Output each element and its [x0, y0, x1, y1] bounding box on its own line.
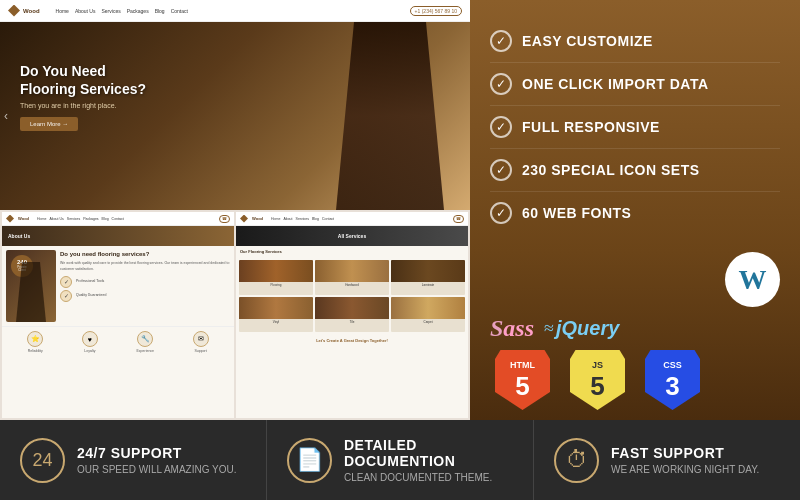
- documentation-icon: 📄: [287, 438, 332, 483]
- js-label: JS: [592, 360, 603, 370]
- services-logo-icon: [240, 215, 248, 223]
- carousel-prev-icon[interactable]: ‹: [4, 109, 8, 123]
- html-label: HTML: [510, 360, 535, 370]
- feature-reliability: ⭐ Reliability: [27, 331, 43, 353]
- check-icon-one-click-import: ✓: [490, 73, 512, 95]
- services-cta: Let's Create A Great Design Together!: [236, 335, 468, 346]
- client-badge: 240 Private Client: [11, 255, 33, 277]
- service-img-1: [239, 260, 313, 282]
- service-card-1: Flooring: [239, 260, 313, 295]
- preview-logo-text: Wood: [23, 8, 40, 14]
- preview-logo: Wood: [8, 5, 40, 17]
- support-247-title: 24/7 SUPPORT: [77, 445, 236, 461]
- js-version: 5: [590, 371, 604, 402]
- service-card-5: Tile: [315, 297, 389, 332]
- features-list: ✓ EASY CUSTOMIZE ✓ ONE CLICK IMPORT DATA…: [470, 0, 800, 244]
- service-img-6: [391, 297, 465, 319]
- bottom-bar: 24 24/7 SUPPORT OUR SPEED WILL AMAZING Y…: [0, 420, 800, 500]
- feature-item-web-fonts: ✓ 60 WEB FONTS: [490, 192, 780, 234]
- services-nav-links: Home About Services Blog Contact: [271, 217, 334, 221]
- service-img-3: [391, 260, 465, 282]
- feature-item-one-click-import: ✓ ONE CLICK IMPORT DATA: [490, 63, 780, 106]
- service-img-4: [239, 297, 313, 319]
- feature-experience: 🔧 Experience: [137, 331, 155, 353]
- bottom-item-documentation: 📄 DETAILED DOCUMENTION CLEAN DOCUMENTED …: [267, 420, 534, 500]
- about-nav-phone: ☎: [219, 215, 230, 223]
- service-card-6: Carpet: [391, 297, 465, 332]
- services-mini-nav: Wood Home About Services Blog Contact ☎: [236, 212, 468, 226]
- service-img-2: [315, 260, 389, 282]
- about-image: 240 Private Client: [6, 250, 56, 322]
- tech-section: W Sass ≈ jQuery: [470, 244, 800, 418]
- fast-support-icon: ⏱: [554, 438, 599, 483]
- service-img-5: [315, 297, 389, 319]
- about-mini-nav: Wood Home About Us Services Packages Blo…: [2, 212, 234, 226]
- hero-content: Do You NeedFlooring Services? Then you a…: [20, 62, 146, 131]
- preview-panel: Wood Home About Us Services Packages Blo…: [0, 0, 470, 420]
- check-icon-special-icon-sets: ✓: [490, 159, 512, 181]
- preview-nav-links: Home About Us Services Packages Blog Con…: [56, 8, 188, 14]
- jquery-text: jQuery: [556, 317, 619, 340]
- feature-loyalty: ♥ Loyalty: [82, 331, 98, 353]
- documentation-subtitle: CLEAN DOCUMENTED THEME.: [344, 472, 513, 483]
- about-logo-icon: [6, 215, 14, 223]
- logo-diamond-icon: [8, 5, 20, 17]
- jquery-wave-icon: ≈: [544, 318, 554, 339]
- main-container: Wood Home About Us Services Packages Blo…: [0, 0, 800, 500]
- about-text-block: Do you need flooring services? We work w…: [60, 250, 230, 322]
- check-icon-full-responsive: ✓: [490, 116, 512, 138]
- documentation-title: DETAILED DOCUMENTION: [344, 437, 513, 469]
- service-card-3: Laminate: [391, 260, 465, 295]
- jquery-logo: ≈ jQuery: [544, 317, 619, 340]
- feature-item-special-icon-sets: ✓ 230 SPECIAL ICON SETS: [490, 149, 780, 192]
- feature-support: ✉ Support: [193, 331, 209, 353]
- services-header: All Services: [236, 226, 468, 246]
- about-nav-links: Home About Us Services Packages Blog Con…: [37, 217, 124, 221]
- service-card-2: Hardwood: [315, 260, 389, 295]
- css3-shield-body: CSS 3: [645, 350, 700, 410]
- feature-item-full-responsive: ✓ FULL RESPONSIVE: [490, 106, 780, 149]
- feature-label-special-icon-sets: 230 SPECIAL ICON SETS: [522, 162, 700, 178]
- hero-section: Do You NeedFlooring Services? Then you a…: [0, 22, 470, 210]
- documentation-text: DETAILED DOCUMENTION CLEAN DOCUMENTED TH…: [344, 437, 513, 483]
- preview-bottom: Wood Home About Us Services Packages Blo…: [0, 210, 470, 420]
- hero-subtitle: Then you are in the right place.: [20, 102, 146, 109]
- feature-label-full-responsive: FULL RESPONSIVE: [522, 119, 660, 135]
- about-features: ⭐ Reliability ♥ Loyalty 🔧 Experience: [2, 326, 234, 357]
- about-content: 240 Private Client Do you need flooring …: [2, 246, 234, 326]
- html-js-css-row: HTML 5 JS 5 CSS: [490, 350, 780, 410]
- about-logo-text: Wood: [18, 216, 29, 221]
- support-247-text: 24/7 SUPPORT OUR SPEED WILL AMAZING YOU.: [77, 445, 236, 475]
- sass-jquery-row: Sass ≈ jQuery: [490, 315, 780, 342]
- services-grid: Flooring Hardwood Laminate Vinyl: [236, 257, 468, 335]
- feature-label-web-fonts: 60 WEB FONTS: [522, 205, 631, 221]
- feature-item-easy-customize: ✓ EASY CUSTOMIZE: [490, 20, 780, 63]
- wordpress-logo: W: [725, 252, 780, 307]
- services-logo-text: Wood: [252, 216, 263, 221]
- check-icon-web-fonts: ✓: [490, 202, 512, 224]
- support-247-icon: 24: [20, 438, 65, 483]
- support-247-subtitle: OUR SPEED WILL AMAZING YOU.: [77, 464, 236, 475]
- css-version: 3: [665, 371, 679, 402]
- about-preview: Wood Home About Us Services Packages Blo…: [2, 212, 234, 418]
- fast-support-text: FAST SUPPORT WE ARE WORKING NIGHT DAY.: [611, 445, 759, 475]
- css3-shield: CSS 3: [640, 350, 705, 410]
- features-panel: ✓ EASY CUSTOMIZE ✓ ONE CLICK IMPORT DATA…: [470, 0, 800, 420]
- wordpress-logo-row: W: [490, 252, 780, 307]
- bottom-item-support-247: 24 24/7 SUPPORT OUR SPEED WILL AMAZING Y…: [0, 420, 267, 500]
- about-breadcrumb: About Us: [2, 226, 234, 246]
- html5-shield: HTML 5: [490, 350, 555, 410]
- html5-shield-body: HTML 5: [495, 350, 550, 410]
- fast-support-title: FAST SUPPORT: [611, 445, 759, 461]
- hero-learn-more-button[interactable]: Learn More →: [20, 117, 78, 131]
- feature-label-one-click-import: ONE CLICK IMPORT DATA: [522, 76, 709, 92]
- hero-title: Do You NeedFlooring Services?: [20, 62, 146, 98]
- services-nav-phone: ☎: [453, 215, 464, 223]
- fast-support-subtitle: WE ARE WORKING NIGHT DAY.: [611, 464, 759, 475]
- check-icon-easy-customize: ✓: [490, 30, 512, 52]
- js-shield: JS 5: [565, 350, 630, 410]
- preview-nav-phone: +1 (234) 567 89 10: [410, 6, 462, 16]
- services-preview: Wood Home About Services Blog Contact ☎ …: [236, 212, 468, 418]
- main-row: Wood Home About Us Services Packages Blo…: [0, 0, 800, 420]
- feature-label-easy-customize: EASY CUSTOMIZE: [522, 33, 653, 49]
